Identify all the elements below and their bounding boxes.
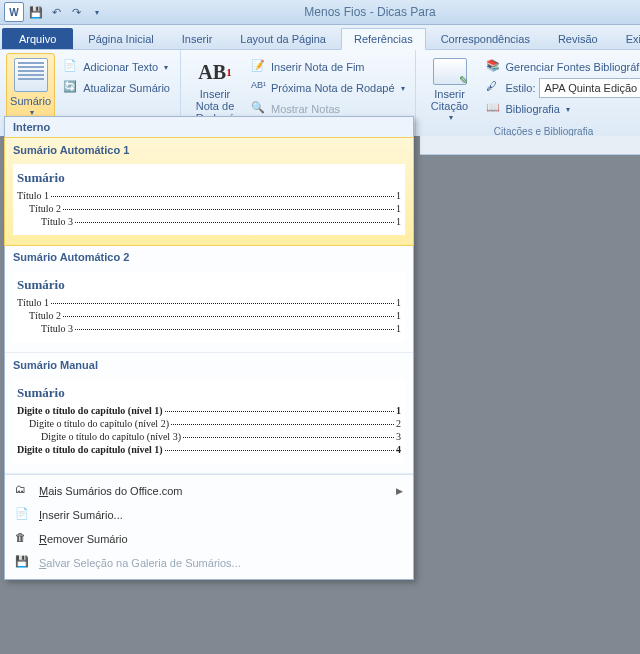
tab-layout[interactable]: Layout da Página — [227, 28, 339, 49]
save-gallery-icon: 💾 — [15, 555, 31, 571]
update-toc-label: Atualizar Sumário — [83, 82, 170, 94]
manage-sources-icon: 📚 — [486, 59, 502, 75]
gallery-item-title: Sumário Manual — [13, 359, 405, 371]
toc-line: Digite o título do capítulo (nível 1)1 — [17, 405, 401, 416]
tab-insert[interactable]: Inserir — [169, 28, 226, 49]
tab-view[interactable]: Exib — [613, 28, 640, 49]
menuitem-label: Salvar Seleção na Galeria de Sumários... — [39, 557, 241, 569]
insert-citation-label: Inserir Citação — [423, 88, 477, 112]
toc-line: Título 11 — [17, 297, 401, 308]
insert-endnote-label: Inserir Nota de Fim — [271, 61, 365, 73]
toc-line: Título 21 — [17, 310, 401, 321]
bibliography-button[interactable]: 📖 Bibliografia▾ — [482, 99, 640, 119]
footnote-icon: AB1 — [199, 58, 231, 85]
gallery-item-auto1[interactable]: Sumário Automático 1 Sumário Título 11Tí… — [4, 137, 414, 246]
save-gallery-menuitem: 💾 Salvar Seleção na Galeria de Sumários.… — [5, 551, 413, 575]
endnote-icon: 📝 — [251, 59, 267, 75]
insert-endnote-button[interactable]: 📝 Inserir Nota de Fim — [247, 57, 409, 77]
gallery-footer-menu: 🗂 Mais Sumários do Office.com ▶ 📄 Inseri… — [5, 474, 413, 579]
toc-line: Título 21 — [17, 203, 401, 214]
show-notes-label: Mostrar Notas — [271, 103, 340, 115]
insert-toc-icon: 📄 — [15, 507, 31, 523]
menuitem-label: Inserir Sumário... — [39, 509, 123, 521]
sumario-gallery: Interno Sumário Automático 1 Sumário Tít… — [4, 116, 414, 580]
remove-toc-icon: 🗑 — [15, 531, 31, 547]
toc-line: Título 31 — [17, 323, 401, 334]
gallery-item-auto2[interactable]: Sumário Automático 2 Sumário Título 11Tí… — [5, 245, 413, 353]
style-icon: 🖋 — [486, 80, 502, 96]
word-app-icon[interactable]: W — [4, 2, 24, 22]
document-title: Menos Fios - Dicas Para — [104, 5, 636, 19]
tab-review[interactable]: Revisão — [545, 28, 611, 49]
more-office-toc-menuitem[interactable]: 🗂 Mais Sumários do Office.com ▶ — [5, 479, 413, 503]
toc-preview: Sumário Digite o título do capítulo (nív… — [13, 379, 405, 463]
save-icon[interactable]: 💾 — [28, 4, 44, 20]
tab-references[interactable]: Referências — [341, 28, 426, 50]
insert-footnote-button[interactable]: AB1 Inserir Nota de Rodapé — [187, 53, 243, 125]
bibliography-label: Bibliografia — [506, 103, 560, 115]
style-label: Estilo: — [506, 82, 536, 94]
manage-sources-button[interactable]: 📚 Gerenciar Fontes Bibliográfica — [482, 57, 640, 77]
next-footnote-icon: AB¹ — [251, 80, 267, 96]
quick-access-toolbar: W 💾 ↶ ↷ ▾ — [4, 2, 104, 22]
add-text-button[interactable]: 📄 Adicionar Texto▾ — [59, 57, 174, 77]
undo-icon[interactable]: ↶ — [48, 4, 64, 20]
insert-toc-menuitem[interactable]: 📄 Inserir Sumário... — [5, 503, 413, 527]
insert-citation-button[interactable]: Inserir Citação ▾ — [422, 53, 478, 125]
toc-heading: Sumário — [17, 170, 401, 186]
toc-line: Título 31 — [17, 216, 401, 227]
sumario-label: Sumário — [10, 95, 51, 107]
update-toc-button[interactable]: 🔄 Atualizar Sumário — [59, 78, 174, 98]
gallery-item-manual[interactable]: Sumário Manual Sumário Digite o título d… — [5, 353, 413, 474]
add-text-icon: 📄 — [63, 59, 79, 75]
gallery-item-title: Sumário Automático 1 — [13, 144, 405, 156]
style-value-input[interactable] — [539, 78, 640, 98]
sumario-button[interactable]: Sumário ▾ — [6, 53, 55, 125]
update-icon: 🔄 — [63, 80, 79, 96]
qat-customize-icon[interactable]: ▾ — [88, 4, 104, 20]
toc-line: Digite o título do capítulo (nível 1)4 — [17, 444, 401, 455]
remove-toc-menuitem[interactable]: 🗑 Remover Sumário — [5, 527, 413, 551]
tab-file[interactable]: Arquivo — [2, 28, 73, 49]
toc-line: Título 11 — [17, 190, 401, 201]
redo-icon[interactable]: ↷ — [68, 4, 84, 20]
style-select[interactable]: 🖋 Estilo: — [482, 78, 640, 98]
menuitem-label: Mais Sumários do Office.com — [39, 485, 182, 497]
group-citations: Inserir Citação ▾ 📚 Gerenciar Fontes Bib… — [416, 50, 640, 138]
next-footnote-button[interactable]: AB¹ Próxima Nota de Rodapé▾ — [247, 78, 409, 98]
gallery-section-header: Interno — [5, 117, 413, 138]
chevron-down-icon: ▾ — [449, 112, 453, 124]
tab-mailings[interactable]: Correspondências — [428, 28, 543, 49]
office-icon: 🗂 — [15, 483, 31, 499]
title-bar: W 💾 ↶ ↷ ▾ Menos Fios - Dicas Para — [0, 0, 640, 25]
tab-home[interactable]: Página Inicial — [75, 28, 166, 49]
toc-preview: Sumário Título 11Título 21Título 31 — [13, 271, 405, 342]
toc-heading: Sumário — [17, 277, 401, 293]
add-text-label: Adicionar Texto — [83, 61, 158, 73]
horizontal-ruler[interactable] — [420, 136, 640, 155]
toc-line: Digite o título do capítulo (nível 3)3 — [17, 431, 401, 442]
bibliography-icon: 📖 — [486, 101, 502, 117]
next-footnote-label: Próxima Nota de Rodapé — [271, 82, 395, 94]
citation-icon — [433, 58, 467, 85]
manage-sources-label: Gerenciar Fontes Bibliográfica — [506, 61, 640, 73]
toc-heading: Sumário — [17, 385, 401, 401]
menuitem-label: Remover Sumário — [39, 533, 128, 545]
toc-preview: Sumário Título 11Título 21Título 31 — [13, 164, 405, 235]
toc-line: Digite o título do capítulo (nível 2)2 — [17, 418, 401, 429]
ribbon-tabs: Arquivo Página Inicial Inserir Layout da… — [0, 25, 640, 50]
show-notes-icon: 🔍 — [251, 101, 267, 117]
sumario-icon — [14, 58, 48, 92]
gallery-item-title: Sumário Automático 2 — [13, 251, 405, 263]
submenu-arrow-icon: ▶ — [396, 486, 403, 496]
